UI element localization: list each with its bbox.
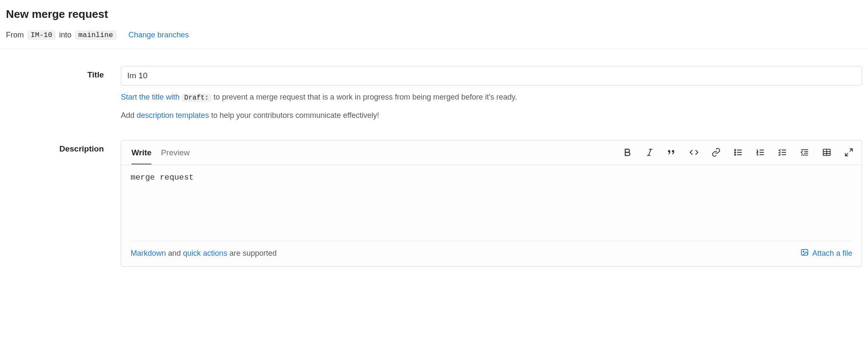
editor-tabs: Write Preview <box>121 140 190 165</box>
description-templates-link[interactable]: description templates <box>137 111 209 120</box>
description-label: Description <box>6 140 104 154</box>
svg-line-23 <box>850 149 852 151</box>
description-textarea[interactable] <box>131 173 852 237</box>
code-icon[interactable] <box>689 147 699 157</box>
svg-line-2 <box>648 149 651 156</box>
svg-line-24 <box>845 153 848 156</box>
from-label: From <box>6 31 24 40</box>
into-label: into <box>59 31 71 40</box>
svg-point-7 <box>734 152 736 153</box>
quote-icon[interactable] <box>667 147 677 157</box>
svg-point-6 <box>734 149 736 151</box>
templates-hint-prefix: Add <box>121 111 134 120</box>
title-row: Title Start the title with Draft: to pre… <box>6 66 862 122</box>
fullscreen-icon[interactable] <box>844 147 854 157</box>
and-text: and <box>166 249 183 257</box>
draft-prefix-link[interactable]: Start the title with <box>121 93 180 101</box>
description-row: Description Write Preview <box>6 140 862 267</box>
attach-file-label: Attach a file <box>812 249 852 258</box>
quick-actions-link[interactable]: quick actions <box>183 249 227 257</box>
markdown-support-text: Markdown and quick actions are supported <box>131 249 277 258</box>
bulleted-list-icon[interactable] <box>733 147 743 157</box>
svg-point-8 <box>734 154 736 155</box>
outdent-icon[interactable] <box>799 147 810 157</box>
tab-write[interactable]: Write <box>131 140 151 165</box>
attach-file-button[interactable]: Attach a file <box>800 248 852 259</box>
editor-footer: Markdown and quick actions are supported… <box>131 241 852 266</box>
image-icon <box>800 248 809 259</box>
templates-hint-rest: to help your contributors communicate ef… <box>211 111 379 120</box>
task-list-icon[interactable] <box>777 147 788 157</box>
draft-hint-rest: to prevent a merge request that is a wor… <box>214 93 517 101</box>
target-branch-chip: mainline <box>75 30 117 40</box>
title-input[interactable] <box>121 66 862 86</box>
table-icon[interactable] <box>822 147 832 157</box>
draft-code-chip: Draft: <box>182 94 211 102</box>
branch-info-row: From IM-10 into mainline Change branches <box>6 30 862 40</box>
change-branches-link[interactable]: Change branches <box>128 31 189 40</box>
link-icon[interactable] <box>711 147 721 157</box>
editor-header: Write Preview <box>121 140 862 165</box>
tab-preview[interactable]: Preview <box>161 140 190 165</box>
bold-icon[interactable] <box>622 147 633 157</box>
description-editor: Write Preview <box>121 140 862 267</box>
editor-body <box>121 165 862 241</box>
markdown-link[interactable]: Markdown <box>131 249 166 257</box>
supported-text: are supported <box>227 249 277 257</box>
page-title: New merge request <box>6 8 862 21</box>
section-divider <box>0 49 868 49</box>
editor-toolbar <box>622 147 854 157</box>
draft-hint: Start the title with Draft: to prevent a… <box>121 91 862 104</box>
templates-hint: Add description templates to help your c… <box>121 109 862 122</box>
numbered-list-icon[interactable] <box>755 147 765 157</box>
italic-icon[interactable] <box>645 147 655 157</box>
svg-point-26 <box>803 251 804 252</box>
title-label: Title <box>6 66 104 80</box>
source-branch-chip: IM-10 <box>27 30 56 40</box>
